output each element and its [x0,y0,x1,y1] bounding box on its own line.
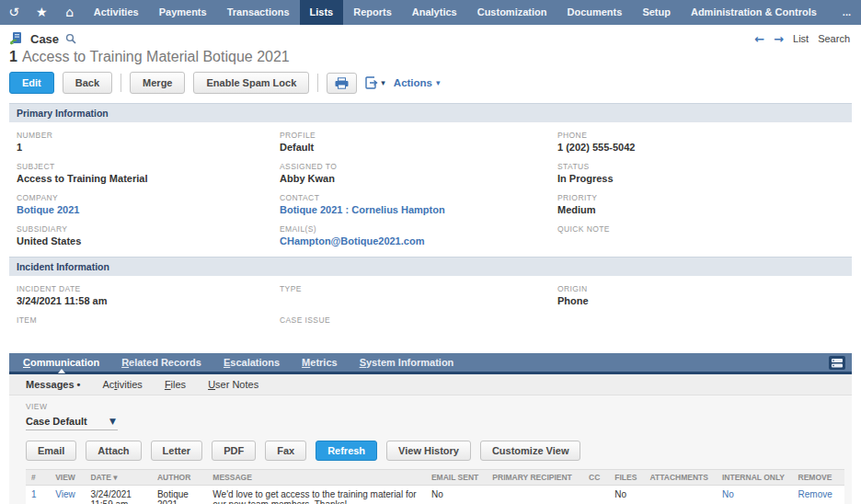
nav-overflow-menu[interactable]: ... [832,0,861,25]
list-link[interactable]: List [793,33,809,44]
actions-label: Actions [394,77,432,88]
tab-escalations[interactable]: Escalations [212,352,291,373]
field-value: Phone [557,295,844,307]
subtab-messages[interactable]: Messages• [26,379,80,390]
view-field-label: VIEW [26,402,844,411]
nav-item-transactions[interactable]: Transactions [217,0,300,25]
field-value: Abby Kwan [280,173,557,185]
field-profile: PROFILE Default [280,131,557,154]
field-label: ITEM [17,315,280,325]
field-value: Access to Training Material [17,173,280,185]
field-label: QUICK NOTE [557,224,844,234]
toolbar-divider [317,74,318,92]
field-label: NUMBER [17,131,280,140]
field-incident-date: INCIDENT DATE 3/24/2021 11:58 am [17,284,280,307]
field-status: STATUS In Progress [557,162,844,185]
messages-table-header-row: # VIEW DATE ▾ AUTHOR MESSAGE EMAIL SENT … [26,470,844,486]
row-internal-only-link[interactable]: No [717,486,793,504]
contact-link[interactable]: Botique 2021 : Cornelius Hampton [280,204,557,216]
tab-related-records[interactable]: Related Records [110,352,212,373]
enable-spam-lock-button[interactable]: Enable Spam Lock [193,72,309,94]
star-icon[interactable]: ★ [28,0,55,25]
column-header-index: # [26,470,50,486]
subtab-label: U [208,379,215,390]
view-history-button[interactable]: View History [386,441,471,461]
row-index-link[interactable]: 1 [26,486,50,504]
subtab-user-notes[interactable]: User Notes [208,379,258,390]
back-button[interactable]: Back [63,72,112,94]
customize-view-button[interactable]: Customize View [480,441,581,461]
nav-item-reports[interactable]: Reports [343,0,402,25]
subtab-files[interactable]: Files [165,379,186,390]
record-search-icon[interactable] [65,33,76,44]
export-menu[interactable]: ▾ [365,76,385,89]
incident-information-header: Incident Information [9,257,852,276]
nav-item-customization[interactable]: Customization [467,0,557,25]
view-dropdown-caret-icon: ▼ [109,417,116,426]
field-label: STATUS [557,162,844,171]
view-dropdown[interactable]: Case Default ▼ [26,413,118,430]
company-link[interactable]: Botique 2021 [17,204,280,216]
column-header-date[interactable]: DATE ▾ [85,470,151,486]
row-message: We'd love to get access to the training … [207,486,426,504]
incident-column-1: INCIDENT DATE 3/24/2021 11:58 am ITEM [17,284,280,347]
row-view-link[interactable]: View [50,486,85,504]
edit-button[interactable]: Edit [9,72,54,94]
field-case-issue: CASE ISSUE [280,315,557,338]
email-link[interactable]: CHampton@Botique2021.com [280,235,557,247]
record-type-row: Case [9,31,76,46]
nav-item-payments[interactable]: Payments [149,0,217,25]
home-icon[interactable]: ⌂ [56,0,84,25]
subtab-activities[interactable]: Activities [102,379,142,390]
pdf-button[interactable]: PDF [212,441,256,461]
tab-label: scalations [230,357,280,368]
actions-menu[interactable]: Actions ▾ [394,77,441,88]
email-button[interactable]: Email [26,441,76,461]
column-header-cc: CC [583,470,609,486]
tab-label: R [121,357,129,368]
column-header-message: MESSAGE [207,470,426,486]
nav-item-lists[interactable]: Lists [300,0,344,25]
record-toolbar: Edit Back Merge Enable Spam Lock ▾ Actio… [0,70,861,103]
print-button[interactable] [327,73,357,94]
refresh-button[interactable]: Refresh [316,441,377,461]
nav-item-activities[interactable]: Activities [84,0,149,25]
nav-item-analytics[interactable]: Analytics [402,0,467,25]
collapse-panel-icon[interactable] [829,356,845,370]
incident-information-fields: INCIDENT DATE 3/24/2021 11:58 am ITEM TY… [9,276,852,348]
tab-label: S [360,357,366,368]
subtab-label: iles [171,379,187,390]
fax-button[interactable]: Fax [265,441,306,461]
primary-information-header: Primary Information [9,103,852,122]
field-assigned-to: ASSIGNED TO Abby Kwan [280,162,557,185]
tab-label: C [23,357,30,368]
field-label: INCIDENT DATE [17,284,280,293]
record-title: 1Access to Training Material Botique 202… [0,46,861,70]
tab-communication[interactable]: Communication [12,352,110,373]
field-label: SUBJECT [17,162,280,171]
export-caret-icon: ▾ [381,78,385,87]
nav-item-administration-controls[interactable]: Administration & Controls [681,0,827,25]
search-link[interactable]: Search [818,33,850,44]
message-subtabs: Messages• Activities Files User Notes [9,374,852,395]
field-value: United States [17,235,280,247]
row-remove-link[interactable]: Remove [793,486,844,504]
tab-metrics[interactable]: Metrics [291,352,349,373]
next-record-arrow[interactable]: → [774,32,784,46]
previous-record-arrow[interactable]: ← [754,32,764,46]
record-title-text: Access to Training Material Botique 2021 [22,49,290,64]
merge-button[interactable]: Merge [130,72,185,94]
field-value: Default [280,142,557,154]
nav-item-setup[interactable]: Setup [632,0,681,25]
record-subtab-bar: Communication Related Records Escalation… [9,353,852,374]
tab-system-information[interactable]: System Information [349,352,465,373]
record-number: 1 [9,49,17,64]
history-icon[interactable]: ↺ [0,0,28,25]
letter-button[interactable]: Letter [151,441,203,461]
nav-item-documents[interactable]: Documents [557,0,632,25]
column-header-primary-recipient: PRIMARY RECIPIENT [487,470,583,486]
view-dropdown-value: Case Default [26,416,87,427]
attach-button[interactable]: Attach [86,441,141,461]
field-label: COMPANY [17,193,280,202]
tab-label: ommunication [30,357,99,368]
